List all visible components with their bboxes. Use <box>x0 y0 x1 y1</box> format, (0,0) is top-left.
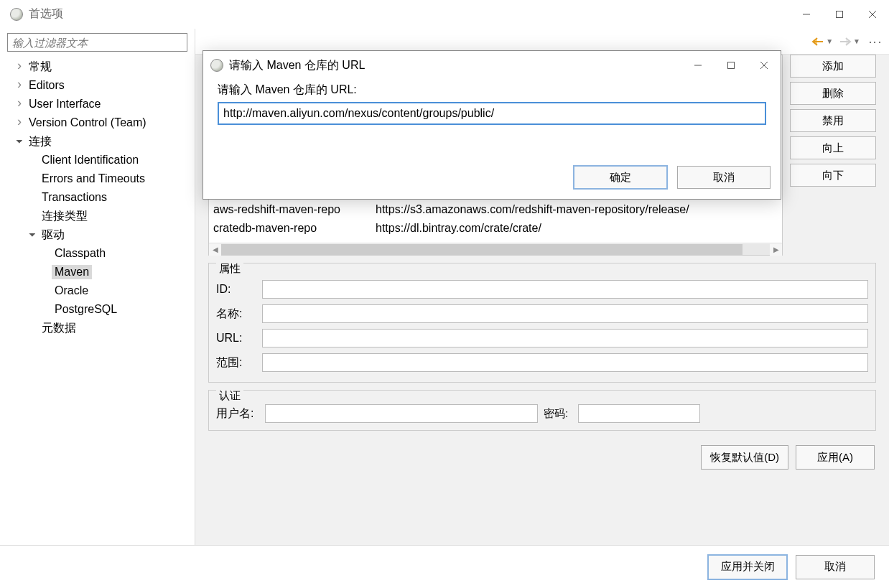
chevron-right-icon <box>14 78 24 93</box>
input-dialog: 请输入 Maven 仓库的 URL 请输入 Maven 仓库的 URL: 确定 … <box>203 50 781 200</box>
name-field[interactable] <box>262 304 868 323</box>
table-row[interactable]: aws-redshift-maven-repo https://s3.amazo… <box>213 200 778 219</box>
add-button[interactable]: 添加 <box>790 55 876 78</box>
nav-forward-dropdown[interactable]: ▼ <box>853 37 860 45</box>
tree-item-metadata[interactable]: 元数据 <box>0 319 195 337</box>
repo-url: https://s3.amazonaws.com/redshift-maven-… <box>376 203 689 216</box>
nav-forward-button[interactable] <box>837 34 853 50</box>
dialog-prompt: 请输入 Maven 仓库的 URL: <box>218 83 766 98</box>
nav-back-dropdown[interactable]: ▼ <box>826 37 833 45</box>
svg-rect-1 <box>837 11 843 17</box>
repo-id: aws-redshift-maven-repo <box>213 203 376 216</box>
view-menu-icon[interactable]: ⋮ <box>867 36 883 47</box>
tree-item-oracle[interactable]: Oracle <box>0 281 195 300</box>
dialog-maximize-button[interactable] <box>715 51 748 80</box>
tree-item-vcs[interactable]: Version Control (Team) <box>0 113 195 132</box>
scroll-right-icon[interactable]: ▶ <box>770 243 782 256</box>
maximize-button[interactable] <box>823 0 856 29</box>
nav-back-button[interactable] <box>810 34 826 50</box>
tree-item-drivers[interactable]: 驱动 <box>0 225 195 244</box>
table-row[interactable]: cratedb-maven-repo https://dl.bintray.co… <box>213 219 778 238</box>
tree-item-maven[interactable]: Maven <box>0 263 195 281</box>
dialog-close-button[interactable] <box>748 51 781 80</box>
tree-item-client-id[interactable]: Client Identification <box>0 151 195 169</box>
tree-item-conn-types[interactable]: 连接类型 <box>0 207 195 225</box>
properties-group: 属性 ID: 名称: URL: 范围: <box>208 263 876 383</box>
username-label: 用户名: <box>216 406 259 421</box>
ok-button[interactable]: 确定 <box>574 166 667 189</box>
dialog-title: 请输入 Maven 仓库的 URL <box>229 58 681 73</box>
cancel-button[interactable]: 取消 <box>796 555 875 579</box>
dialog-cancel-button[interactable]: 取消 <box>677 166 771 189</box>
tree-item-connection[interactable]: 连接 <box>0 132 195 151</box>
chevron-right-icon <box>14 116 24 131</box>
tree-item-errors[interactable]: Errors and Timeouts <box>0 169 195 188</box>
preferences-tree: 常规 Editors User Interface Version Contro… <box>0 57 195 545</box>
minimize-button[interactable] <box>790 0 823 29</box>
sidebar: 常规 Editors User Interface Version Contro… <box>0 29 195 545</box>
remove-button[interactable]: 删除 <box>790 82 876 105</box>
chevron-right-icon <box>14 60 24 75</box>
password-label: 密码: <box>544 407 572 421</box>
dialog-minimize-button[interactable] <box>681 51 715 80</box>
app-icon <box>210 59 223 72</box>
filter-input[interactable] <box>7 33 187 52</box>
repo-id: cratedb-maven-repo <box>213 222 376 235</box>
move-up-button[interactable]: 向上 <box>790 136 876 159</box>
repo-url: https://dl.bintray.com/crate/crate/ <box>376 222 541 235</box>
url-field[interactable] <box>262 329 868 347</box>
svg-rect-5 <box>728 62 735 69</box>
horizontal-scrollbar[interactable]: ◀ ▶ <box>209 243 782 255</box>
window-title: 首选项 <box>29 6 790 22</box>
auth-group-title: 认证 <box>216 389 243 403</box>
tree-item-postgres[interactable]: PostgreSQL <box>0 300 195 319</box>
auth-group: 认证 用户名: 密码: <box>208 390 876 431</box>
tree-item-classpath[interactable]: Classpath <box>0 244 195 263</box>
dialog-titlebar: 请输入 Maven 仓库的 URL <box>203 51 781 80</box>
scrollbar-thumb[interactable] <box>221 244 743 255</box>
tree-item-general[interactable]: 常规 <box>0 57 195 76</box>
scroll-left-icon[interactable]: ◀ <box>209 243 221 256</box>
id-field[interactable] <box>262 280 868 299</box>
apply-button[interactable]: 应用(A) <box>796 445 875 470</box>
apply-and-close-button[interactable]: 应用并关闭 <box>708 555 787 579</box>
chevron-down-icon <box>14 136 24 146</box>
properties-group-title: 属性 <box>216 262 243 276</box>
tree-item-transactions[interactable]: Transactions <box>0 188 195 207</box>
username-field[interactable] <box>265 404 538 423</box>
dialog-button-bar: 应用并关闭 取消 <box>0 545 889 588</box>
move-down-button[interactable]: 向下 <box>790 164 876 187</box>
id-label: ID: <box>216 283 256 296</box>
url-label: URL: <box>216 332 256 345</box>
app-icon <box>10 8 23 21</box>
disable-button[interactable]: 禁用 <box>790 109 876 132</box>
tree-item-editors[interactable]: Editors <box>0 76 195 95</box>
chevron-down-icon <box>27 230 37 240</box>
restore-defaults-button[interactable]: 恢复默认值(D) <box>701 445 788 470</box>
name-label: 名称: <box>216 307 256 322</box>
tree-item-ui[interactable]: User Interface <box>0 95 195 113</box>
password-field[interactable] <box>578 404 700 423</box>
scope-field[interactable] <box>262 353 868 372</box>
chevron-right-icon <box>14 97 24 112</box>
close-button[interactable] <box>856 0 889 29</box>
scope-label: 范围: <box>216 355 256 370</box>
main-titlebar: 首选项 <box>0 0 889 29</box>
maven-url-input[interactable] <box>218 102 766 125</box>
